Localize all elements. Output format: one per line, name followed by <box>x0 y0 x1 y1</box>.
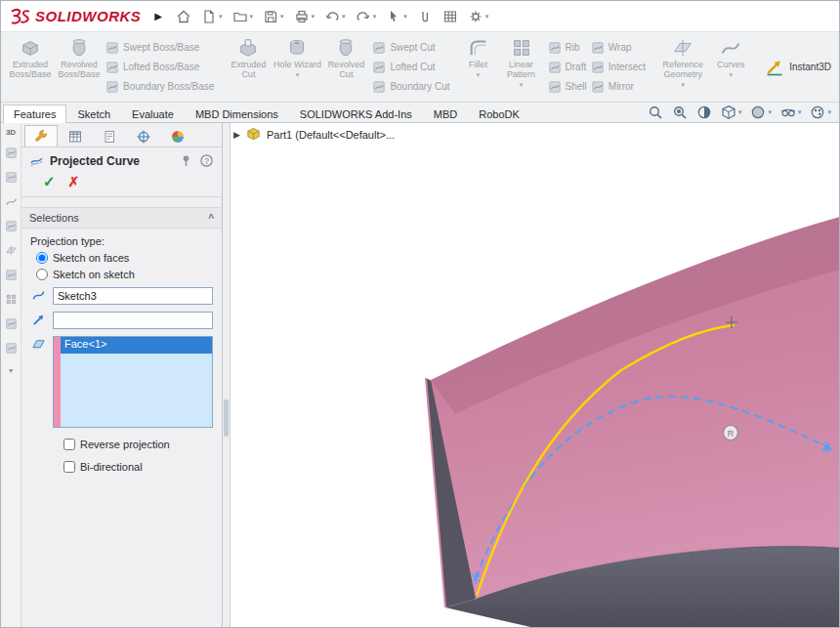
feature-tree-root-label[interactable]: Part1 (Default<<Default>... <box>267 129 395 141</box>
left-toolbar-icon[interactable] <box>5 293 18 308</box>
mirror-button[interactable]: Mirror <box>591 78 646 96</box>
shell-button[interactable]: Shell <box>548 78 587 96</box>
dropdown-arrow-icon[interactable]: ▾ <box>520 81 524 89</box>
left-toolbar-icon[interactable] <box>5 147 18 161</box>
save-button[interactable]: ▾ <box>259 5 288 28</box>
revolved-boss-base-button[interactable]: Revolved Boss/Base <box>55 34 104 100</box>
redo-button[interactable]: ▾ <box>352 5 381 28</box>
feature-tree-tab[interactable] <box>59 125 92 147</box>
print-button[interactable]: ▾ <box>290 5 319 28</box>
left-toolbar-more-arrow[interactable]: ▾ <box>9 366 13 375</box>
zoom-to-fit-icon[interactable] <box>648 105 663 120</box>
fillet-button[interactable]: Fillet ▾ <box>460 34 497 100</box>
tab-mbd[interactable]: MBD <box>423 105 468 123</box>
lofted-cut-button[interactable]: Lofted Cut <box>372 59 449 76</box>
revolved-cut-button[interactable]: Revolved Cut <box>321 34 370 100</box>
tab-sketch[interactable]: Sketch <box>66 105 121 123</box>
zoom-to-area-icon[interactable] <box>672 105 688 120</box>
tab-robodk[interactable]: RoboDK <box>468 105 530 123</box>
extruded-cut-button[interactable]: Extruded Cut <box>224 34 273 100</box>
left-toolbar-icon[interactable] <box>5 269 18 283</box>
bi-directional-checkbox[interactable] <box>63 461 75 473</box>
dropdown-arrow-icon[interactable]: ▾ <box>219 13 223 21</box>
left-toolbar-icon[interactable] <box>5 220 18 234</box>
reverse-projection-checkbox[interactable] <box>63 439 75 450</box>
selections-section-header[interactable]: Selections ^ <box>21 207 222 229</box>
dropdown-arrow-icon[interactable]: ▾ <box>798 108 802 116</box>
left-toolbar-icon[interactable] <box>5 195 18 210</box>
left-toolbar-icon[interactable] <box>5 317 18 332</box>
radio-sketch-on-faces[interactable]: Sketch on faces <box>36 252 213 264</box>
left-toolbar-icon[interactable] <box>5 342 18 356</box>
menu-expand-arrow[interactable]: ▶ <box>148 11 168 21</box>
edit-appearance-icon[interactable]: ▾ <box>810 105 831 120</box>
open-button[interactable]: ▾ <box>229 5 258 28</box>
intersect-button[interactable]: Intersect <box>591 59 646 76</box>
new-document-button[interactable]: ▾ <box>197 5 227 28</box>
section-view-icon[interactable] <box>696 105 712 120</box>
reference-geometry-button[interactable]: Reference Geometry ▾ <box>655 34 710 100</box>
dropdown-arrow-icon[interactable]: ▾ <box>485 13 489 21</box>
dropdown-arrow-icon[interactable]: ▾ <box>477 71 481 79</box>
sketch-to-project-input[interactable] <box>53 287 213 305</box>
rib-button[interactable]: Rib <box>548 39 587 57</box>
splitter-handle[interactable] <box>224 399 229 437</box>
dropdown-arrow-icon[interactable]: ▾ <box>280 13 284 21</box>
dropdown-arrow-icon[interactable]: ▾ <box>250 13 254 21</box>
undo-button[interactable]: ▾ <box>320 5 350 28</box>
pin-icon[interactable] <box>179 153 193 168</box>
hide-show-items-icon[interactable]: ▾ <box>780 105 802 120</box>
view-orientation-icon[interactable]: ▾ <box>721 105 742 120</box>
page-manager-tab[interactable] <box>93 125 126 147</box>
hole-wizard-button[interactable]: Hole Wizard ▾ <box>273 34 321 100</box>
face-list-item[interactable]: Face<1> <box>61 337 212 354</box>
dropdown-arrow-icon[interactable]: ▾ <box>729 71 733 79</box>
tab-mbd-dimensions[interactable]: MBD Dimensions <box>185 105 289 123</box>
dropdown-arrow-icon[interactable]: ▾ <box>312 13 315 21</box>
projection-direction-input[interactable] <box>53 312 213 329</box>
model-3d-view[interactable]: R <box>231 123 839 628</box>
curves-button[interactable]: Curves ▾ <box>710 34 751 100</box>
select-button[interactable]: ▾ <box>382 5 411 28</box>
swept-boss-base-button[interactable]: Swept Boss/Base <box>105 39 214 57</box>
tab-features[interactable]: Features <box>3 105 66 123</box>
tree-expand-arrow[interactable]: ▶ <box>233 130 240 140</box>
settings-button[interactable]: ▾ <box>464 5 493 28</box>
ok-button[interactable]: ✓ <box>43 173 56 190</box>
dropdown-arrow-icon[interactable]: ▾ <box>373 13 377 21</box>
display-style-icon[interactable]: ▾ <box>750 105 772 120</box>
lofted-boss-base-button[interactable]: Lofted Boss/Base <box>105 59 214 76</box>
radio-sketch-on-sketch[interactable]: Sketch on sketch <box>36 269 213 280</box>
tab-solidworks-add-ins[interactable]: SOLIDWORKS Add-Ins <box>289 105 423 123</box>
panel-splitter[interactable] <box>223 123 231 628</box>
home-button[interactable] <box>172 5 195 28</box>
dropdown-arrow-icon[interactable]: ▾ <box>296 71 300 79</box>
view-grid-button[interactable] <box>439 5 462 28</box>
left-toolbar-icon[interactable] <box>5 244 18 259</box>
help-icon[interactable] <box>199 153 214 168</box>
left-toolbar-icon[interactable] <box>5 171 18 186</box>
dropdown-arrow-icon[interactable]: ▾ <box>768 108 772 116</box>
draft-button[interactable]: Draft <box>548 59 587 76</box>
cancel-button[interactable]: ✗ <box>68 174 80 189</box>
collapse-chevron-icon[interactable]: ^ <box>208 213 214 224</box>
wrap-button[interactable]: Wrap <box>591 39 646 57</box>
tab-evaluate[interactable]: Evaluate <box>121 105 185 123</box>
swept-cut-button[interactable]: Swept Cut <box>372 39 449 57</box>
extruded-boss-base-button[interactable]: Extruded Boss/Base <box>6 34 55 100</box>
dimxpert-tab[interactable] <box>127 125 160 147</box>
dropdown-arrow-icon[interactable]: ▾ <box>827 108 831 116</box>
display-manager-tab[interactable] <box>161 125 194 147</box>
boundary-boss-base-button[interactable]: Boundary Boss/Base <box>105 78 214 96</box>
property-manager-tab[interactable] <box>24 125 58 147</box>
dropdown-arrow-icon[interactable]: ▾ <box>681 81 685 89</box>
dropdown-arrow-icon[interactable]: ▾ <box>342 13 346 21</box>
boundary-cut-button[interactable]: Boundary Cut <box>372 78 449 96</box>
dropdown-arrow-icon[interactable]: ▾ <box>403 13 407 21</box>
dropdown-arrow-icon[interactable]: ▾ <box>738 108 742 116</box>
sketch-on-faces-radio[interactable] <box>36 252 48 264</box>
linear-pattern-button[interactable]: Linear Pattern ▾ <box>497 34 546 100</box>
sketch-on-sketch-radio[interactable] <box>36 269 48 280</box>
graphics-viewport[interactable]: R ▶ Part1 (Default<<Default>... <box>231 123 839 628</box>
projection-faces-list[interactable]: Face<1> <box>53 336 213 428</box>
